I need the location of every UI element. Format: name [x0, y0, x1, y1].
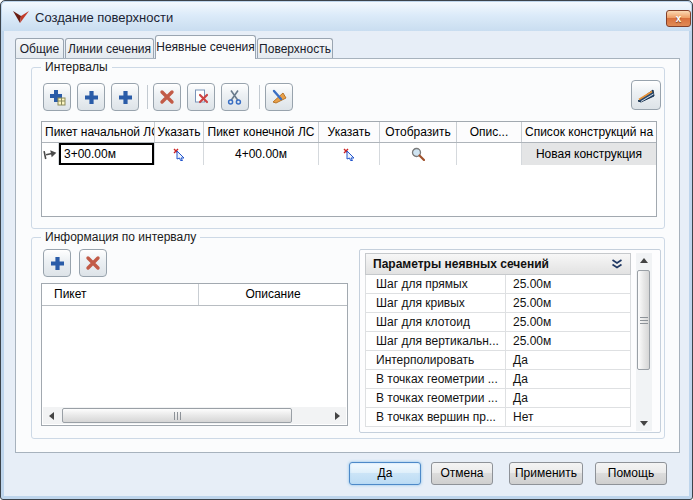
magnifier-icon [411, 147, 425, 161]
collapse-chevron-icon[interactable] [611, 259, 623, 270]
pick-end-button[interactable] [319, 143, 380, 165]
delete-station-button[interactable] [79, 249, 107, 277]
add-station-button[interactable] [43, 249, 71, 277]
close-button[interactable]: x [666, 10, 691, 27]
param-label: Шаг для кривых [366, 294, 506, 312]
param-value[interactable]: Да [506, 370, 630, 388]
param-row: Шаг для вертикальн... 25.00м [365, 332, 631, 351]
param-row: Шаг для клотоид 25.00м [365, 313, 631, 332]
param-row: В точках вершин пр... Нет [365, 408, 631, 427]
vertical-scrollbar[interactable] [636, 253, 652, 431]
scroll-down-arrow[interactable] [636, 416, 652, 431]
col-description: Опис... [457, 122, 522, 142]
param-label: Шаг для клотоид [366, 313, 506, 331]
param-label: Шаг для прямых [366, 275, 506, 293]
scrollbar-track[interactable] [60, 407, 329, 424]
app-logo-icon [12, 9, 30, 25]
col-pick-end: Указать [319, 122, 380, 142]
pick-on-screen-icon [343, 148, 356, 161]
clear-document-icon [193, 89, 209, 105]
titlebar[interactable]: Создание поверхности x [2, 2, 691, 31]
param-row: Шаг для прямых 25.00м [365, 275, 631, 294]
scroll-left-arrow[interactable] [43, 407, 60, 424]
interval-row: 3+00.00м 4+00.00м [42, 143, 656, 165]
param-row: В точках геометрии ... Да [365, 389, 631, 408]
param-label: Шаг для вертикальн... [366, 332, 506, 350]
param-value[interactable]: 25.00м [506, 275, 630, 293]
toolbar-separator [147, 85, 148, 109]
construction-select-cell[interactable]: Новая конструкция [522, 143, 656, 165]
dialog-window: Создание поверхности x Общие Линии сечен… [0, 0, 693, 500]
start-station-cell: 3+00.00м [59, 143, 155, 165]
ok-button[interactable]: Да [349, 462, 421, 485]
edit-construction-button[interactable] [265, 83, 293, 111]
scroll-right-arrow[interactable] [329, 407, 346, 424]
display-interval-button[interactable] [380, 143, 457, 165]
pick-start-button[interactable] [155, 143, 204, 165]
param-row: Шаг для кривых 25.00м [365, 294, 631, 313]
delete-x-icon [85, 255, 101, 271]
tab-linii-secheniya[interactable]: Линии сечения [65, 38, 154, 59]
apply-button[interactable]: Применить [509, 462, 583, 485]
add-interval-from-table-button[interactable] [43, 83, 71, 111]
toolbar-separator [259, 85, 260, 109]
interval-info-group-label: Информация по интервалу [41, 230, 200, 244]
clear-intervals-button[interactable] [187, 83, 215, 111]
param-value[interactable]: 25.00м [506, 313, 630, 331]
scroll-up-arrow[interactable] [636, 253, 652, 268]
param-value[interactable]: Да [506, 351, 630, 369]
add-table-icon [49, 89, 66, 106]
col-pick-start: Указать [155, 122, 204, 142]
description-cell[interactable] [457, 143, 522, 165]
param-label: В точках геометрии ... [366, 389, 506, 407]
col-display: Отобразить [380, 122, 457, 142]
help-button[interactable]: Помощь [595, 462, 667, 485]
edit-pencil-icon [271, 89, 288, 105]
pick-on-screen-icon [173, 148, 186, 161]
param-label: В точках вершин пр... [366, 408, 506, 426]
col-construction-list: Список конструкций на и... [522, 122, 656, 142]
station-table-header: Пикет Описание [42, 284, 347, 306]
intervals-group-label: Интервалы [41, 60, 112, 74]
implicit-sections-parameters-panel: Параметры неявных сечений Шаг для прямых… [359, 249, 661, 433]
col-start-station: Пикет начальной ЛС [42, 122, 155, 142]
tab-neyavnye-secheniya[interactable]: Неявные сечения [155, 35, 256, 59]
add-interval-range-button[interactable] [111, 83, 139, 111]
param-label: Интерполировать [366, 351, 506, 369]
corridor-parameters-button[interactable] [631, 80, 661, 110]
row-marker-icon [42, 143, 59, 165]
window-title: Создание поверхности [35, 10, 173, 25]
corridor-icon [637, 88, 655, 103]
intervals-table: Пикет начальной ЛС Указать Пикет конечно… [41, 121, 657, 217]
param-row: В точках геометрии ... Да [365, 370, 631, 389]
col-station-description: Описание [199, 284, 347, 305]
scrollbar-thumb[interactable] [637, 270, 650, 370]
parameters-header[interactable]: Параметры неявных сечений [365, 253, 631, 275]
plus-icon [84, 90, 99, 105]
delete-x-icon [159, 89, 175, 105]
tab-poverkhnost[interactable]: Поверхность [257, 38, 333, 59]
plus-icon [118, 90, 133, 105]
col-station: Пикет [42, 284, 199, 305]
intervals-table-header: Пикет начальной ЛС Указать Пикет конечно… [42, 122, 656, 143]
param-value[interactable]: 25.00м [506, 332, 630, 350]
cancel-button[interactable]: Отмена [431, 462, 493, 485]
cut-interval-button[interactable] [221, 83, 249, 111]
end-station-cell[interactable]: 4+00.00м [204, 143, 319, 165]
param-label: В точках геометрии ... [366, 370, 506, 388]
horizontal-scrollbar[interactable] [43, 407, 346, 424]
param-value[interactable]: Да [506, 389, 630, 407]
station-info-table: Пикет Описание [41, 283, 348, 426]
param-row: Интерполировать Да [365, 351, 631, 370]
param-value[interactable]: 25.00м [506, 294, 630, 312]
plus-icon [50, 256, 65, 271]
tab-obshchie[interactable]: Общие [15, 38, 64, 59]
delete-interval-button[interactable] [153, 83, 181, 111]
add-interval-button[interactable] [77, 83, 105, 111]
parameters-title: Параметры неявных сечений [373, 257, 549, 271]
scrollbar-thumb[interactable] [62, 408, 292, 423]
col-end-station: Пикет конечной ЛС [204, 122, 319, 142]
param-value[interactable]: Нет [506, 408, 630, 426]
start-station-input[interactable]: 3+00.00м [59, 143, 154, 165]
scissors-icon [227, 89, 243, 105]
